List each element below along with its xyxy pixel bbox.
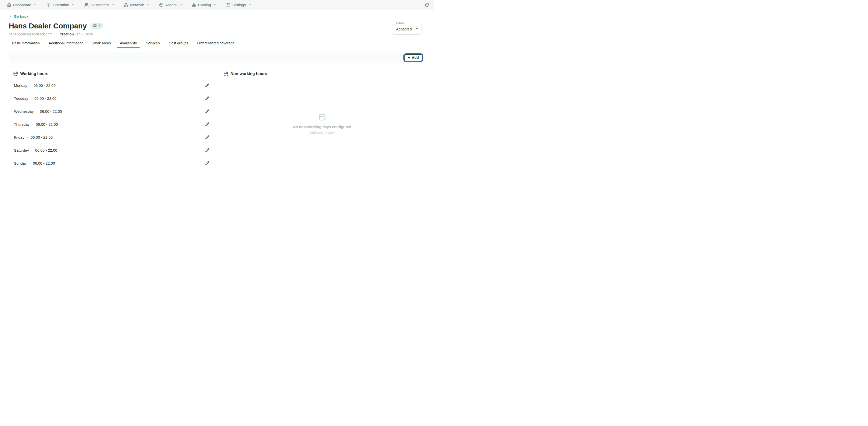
palette-icon (425, 3, 430, 7)
pencil-icon (205, 161, 209, 165)
meta-divider (56, 32, 56, 36)
nav-item-network[interactable]: Network (124, 3, 150, 7)
time-range: 06:00 - 22:00 (31, 135, 53, 140)
pencil-icon (205, 122, 209, 126)
status-select[interactable]: Status Accepted (392, 23, 422, 35)
nav-item-label: Settings (232, 3, 246, 7)
empty-state: No non-working days configured Add one t… (223, 76, 421, 165)
edit-button[interactable] (203, 82, 211, 89)
chevron-down-icon (179, 3, 182, 6)
working-hours-row-monday: Monday · 06:00 - 22:00 (13, 79, 211, 92)
top-nav-bar: Dashboard Operation Customers (0, 0, 434, 10)
tab-bar: Basic information Additional information… (12, 41, 425, 49)
tab-services[interactable]: Services (146, 41, 160, 49)
id-badge: ID: 4 (91, 23, 103, 29)
nav-item-operation[interactable]: Operation (46, 3, 75, 7)
edit-button[interactable] (203, 134, 211, 141)
day-label: Wednesday (14, 109, 34, 114)
day-label: Friday (14, 135, 25, 140)
non-working-hours-title: Non-working hours (230, 71, 267, 76)
nav-item-label: Operation (53, 3, 69, 7)
org-chart-icon (124, 3, 128, 7)
row-text: Tuesday · 06:00 - 22:00 (14, 96, 56, 100)
working-hours-title: Working hours (20, 71, 49, 76)
chevron-down-icon (147, 3, 150, 6)
row-text: Wednesday · 06:00 - 22:00 (14, 109, 62, 114)
calendar-check-icon (13, 71, 18, 76)
actions-toolbar: + Add (9, 52, 425, 63)
working-hours-row-saturday: Saturday · 06:00 - 22:00 (13, 144, 211, 157)
row-text: Monday · 06:00 - 22:00 (14, 83, 56, 88)
tab-work-areas[interactable]: Work areas (93, 41, 111, 49)
nav-item-assets[interactable]: Assets (159, 3, 182, 7)
tab-additional-information[interactable]: Additional information (49, 41, 83, 49)
working-hours-row-sunday: Sunday · 06:00 - 22:00 (13, 157, 211, 170)
add-button-label: Add (412, 56, 419, 60)
status-select-label: Status (395, 21, 405, 24)
pencil-icon (205, 135, 209, 140)
edit-button[interactable] (203, 160, 211, 167)
chevron-left-icon (9, 14, 12, 18)
dot-separator: · (31, 148, 33, 152)
row-text: Sunday · 06:00 - 22:00 (14, 161, 55, 165)
edit-button[interactable] (203, 147, 211, 154)
empty-state-subtitle: Add one to view (310, 131, 335, 135)
empty-state-title: No non-working days configured (293, 125, 351, 129)
tab-cost-groups[interactable]: Cost groups (168, 41, 188, 49)
day-label: Monday (14, 83, 27, 88)
chevron-down-icon (71, 3, 75, 6)
creation-label: Creation (60, 32, 74, 36)
time-range: 06:00 - 22:00 (36, 122, 58, 126)
nav-item-dashboard[interactable]: Dashboard (7, 3, 37, 7)
edit-button[interactable] (203, 121, 211, 128)
working-hours-row-thursday: Thursday · 06:00 - 22:00 (13, 118, 211, 131)
email-text: hans+dealer@sodtrack.com (9, 32, 52, 36)
time-range: 06:00 - 22:00 (33, 161, 55, 165)
working-hours-card: Working hours Monday · 06:00 - 22:00 Tue… (9, 67, 215, 168)
working-hours-row-wednesday: Wednesday · 06:00 - 22:00 (13, 105, 211, 118)
pencil-icon (205, 96, 209, 100)
dot-separator: · (32, 122, 33, 126)
day-label: Saturday (14, 148, 29, 152)
dropdown-arrow-icon (415, 28, 418, 30)
pencil-icon (205, 109, 209, 114)
nav-item-label: Assets (165, 3, 177, 7)
dot-separator: · (29, 161, 30, 165)
nav-item-customers[interactable]: Customers (84, 3, 115, 7)
nav-item-label: Customers (91, 3, 109, 7)
tab-differentiated-coverage[interactable]: Differentiated coverage (197, 41, 235, 49)
calendar-x-icon (318, 113, 326, 121)
nav-item-catalog[interactable]: Catalog (192, 3, 217, 7)
row-text: Friday · 06:00 - 22:00 (14, 135, 53, 140)
home-icon (7, 3, 11, 7)
dot-separator: · (27, 135, 28, 140)
go-back-link[interactable]: Go back (9, 14, 28, 19)
day-label: Sunday (14, 161, 27, 165)
shapes-icon (192, 3, 196, 7)
gear-icon (46, 3, 51, 7)
add-button[interactable]: + Add (404, 54, 423, 61)
edit-button[interactable] (203, 95, 211, 102)
title-row: Hans Dealer Company ID: 4 (9, 22, 425, 30)
tab-availability[interactable]: Availability (120, 41, 137, 49)
pencil-icon (205, 148, 209, 152)
tab-basic-information[interactable]: Basic information (12, 41, 40, 49)
nav-item-settings[interactable]: Settings (226, 3, 252, 7)
row-text: Thursday · 06:00 - 22:00 (14, 122, 58, 126)
theme-palette-button[interactable] (424, 2, 431, 8)
edit-button[interactable] (203, 108, 211, 115)
calendar-x-icon (223, 71, 228, 76)
chevron-down-icon (248, 3, 252, 6)
row-text: Saturday · 06:00 - 22:00 (14, 148, 57, 152)
nav-item-label: Network (130, 3, 144, 7)
sliders-icon (226, 3, 230, 7)
time-range: 06:00 - 22:00 (34, 96, 56, 100)
chevron-down-icon (34, 3, 37, 6)
page-content: Go back Hans Dealer Company ID: 4 hans+d… (0, 10, 434, 168)
pencil-icon (205, 83, 209, 88)
day-label: Tuesday (14, 96, 28, 100)
nav-item-label: Dashboard (13, 3, 31, 7)
nav-menu: Dashboard Operation Customers (7, 3, 252, 7)
cards-row: Working hours Monday · 06:00 - 22:00 Tue… (9, 67, 425, 168)
working-hours-header: Working hours (13, 71, 211, 76)
